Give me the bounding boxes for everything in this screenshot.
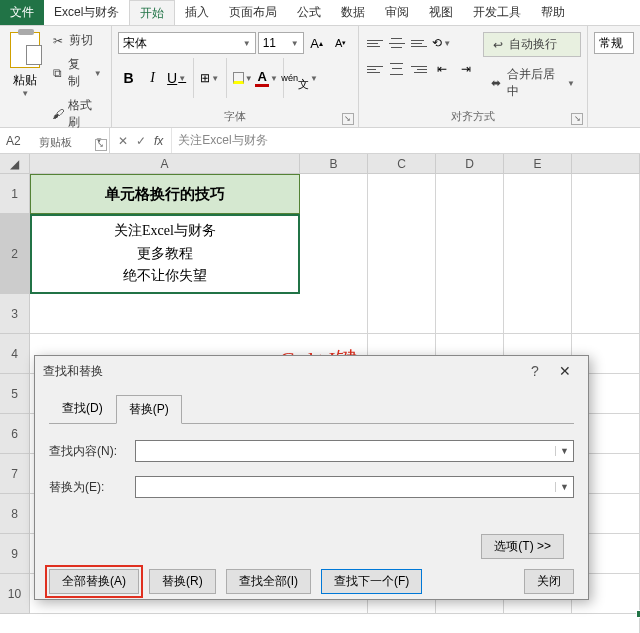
font-size-combo[interactable]: 11▼ xyxy=(258,32,304,54)
wrap-text-button[interactable]: ↩自动换行 xyxy=(483,32,581,57)
paste-icon xyxy=(10,32,40,68)
indent-inc-button[interactable]: ⇥ xyxy=(455,58,477,80)
shrink-font-button[interactable]: A▾ xyxy=(330,32,352,54)
select-all-button[interactable]: ◢ xyxy=(0,154,30,174)
tab-home[interactable]: 开始 xyxy=(129,0,175,25)
row-header[interactable]: 6 xyxy=(0,414,30,454)
ruby-button[interactable]: wén文▼ xyxy=(289,67,311,89)
grow-font-button[interactable]: A▴ xyxy=(306,32,328,54)
col-header-b[interactable]: B xyxy=(300,154,368,174)
align-bottom-button[interactable] xyxy=(409,34,429,52)
font-family-combo[interactable]: 宋体▼ xyxy=(118,32,256,54)
find-all-button[interactable]: 查找全部(I) xyxy=(226,569,311,594)
ribbon: 粘贴 ▼ ✂剪切 ⧉复制▼ 🖌格式刷 剪贴板↘ 宋体▼ 11▼ A▴ A▾ B … xyxy=(0,26,640,128)
group-clipboard: 粘贴 ▼ ✂剪切 ⧉复制▼ 🖌格式刷 剪贴板↘ xyxy=(0,26,112,127)
tab-data[interactable]: 数据 xyxy=(331,0,375,25)
formula-input[interactable]: 关注Excel与财务 xyxy=(171,128,640,153)
orientation-button[interactable]: ⟲▼ xyxy=(431,32,453,54)
col-header-e[interactable]: E xyxy=(504,154,572,174)
enter-icon[interactable]: ✓ xyxy=(136,134,146,148)
expander-icon[interactable]: ↘ xyxy=(571,113,583,125)
align-middle-button[interactable] xyxy=(387,34,407,52)
replace-all-button[interactable]: 全部替换(A) xyxy=(49,569,139,594)
wrap-icon: ↩ xyxy=(490,37,506,53)
find-label: 查找内容(N): xyxy=(49,443,127,460)
close-icon[interactable]: ✕ xyxy=(550,363,580,379)
row-header[interactable]: 10 xyxy=(0,574,30,614)
expander-icon[interactable]: ↘ xyxy=(342,113,354,125)
tab-dev[interactable]: 开发工具 xyxy=(463,0,531,25)
align-center-button[interactable] xyxy=(387,60,407,78)
cell-a1[interactable]: 单元格换行的技巧 xyxy=(30,174,300,214)
group-number: 常规 xyxy=(588,26,640,127)
chevron-down-icon[interactable]: ▼ xyxy=(555,482,573,492)
group-font: 宋体▼ 11▼ A▴ A▾ B I U▼ ⊞▼ ▼ A▼ wén文▼ 字体↘ xyxy=(112,26,359,127)
tab-formula[interactable]: 公式 xyxy=(287,0,331,25)
group-label: 剪贴板 xyxy=(39,136,72,148)
fill-color-button[interactable]: ▼ xyxy=(232,67,254,89)
help-button[interactable]: ? xyxy=(520,363,550,379)
tab-file[interactable]: 文件 xyxy=(0,0,44,25)
row-header[interactable]: 4 xyxy=(0,334,30,374)
italic-button[interactable]: I xyxy=(142,67,164,89)
dialog-title: 查找和替换 xyxy=(43,363,520,380)
align-left-button[interactable] xyxy=(365,60,385,78)
find-next-button[interactable]: 查找下一个(F) xyxy=(321,569,422,594)
brush-icon: 🖌 xyxy=(50,106,65,122)
scissors-icon: ✂ xyxy=(50,33,66,49)
col-header-d[interactable]: D xyxy=(436,154,504,174)
bold-button[interactable]: B xyxy=(118,67,140,89)
cut-button[interactable]: ✂剪切 xyxy=(47,30,104,51)
indent-dec-button[interactable]: ⇤ xyxy=(431,58,453,80)
expander-icon[interactable]: ↘ xyxy=(95,139,107,151)
row-header[interactable]: 9 xyxy=(0,534,30,574)
ribbon-tabs: 文件 Excel与财务 开始 插入 页面布局 公式 数据 审阅 视图 开发工具 … xyxy=(0,0,640,26)
row-header[interactable]: 8 xyxy=(0,494,30,534)
row-header[interactable]: 7 xyxy=(0,454,30,494)
align-top-button[interactable] xyxy=(365,34,385,52)
chevron-down-icon[interactable]: ▼ xyxy=(555,446,573,456)
row-header[interactable]: 2 xyxy=(0,214,30,294)
chevron-down-icon: ▼ xyxy=(21,89,29,98)
tab-view[interactable]: 视图 xyxy=(419,0,463,25)
replace-button[interactable]: 替换(R) xyxy=(149,569,216,594)
tab-context[interactable]: Excel与财务 xyxy=(44,0,129,25)
tab-find[interactable]: 查找(D) xyxy=(49,394,116,423)
group-label: 字体 xyxy=(224,110,246,122)
paste-button[interactable]: 粘贴 ▼ xyxy=(6,28,43,98)
row-header[interactable]: 5 xyxy=(0,374,30,414)
close-button[interactable]: 关闭 xyxy=(524,569,574,594)
row-header[interactable]: 1 xyxy=(0,174,30,214)
tab-replace[interactable]: 替换(P) xyxy=(116,395,182,424)
group-align: ⟲▼ ⇤ ⇥ ↩自动换行 ⬌合并后居中▼ 对齐方式↘ xyxy=(359,26,588,127)
border-button[interactable]: ⊞▼ xyxy=(199,67,221,89)
merge-icon: ⬌ xyxy=(489,75,504,91)
row-header[interactable]: 3 xyxy=(0,294,30,334)
format-combo[interactable]: 常规 xyxy=(594,32,634,54)
merge-center-button[interactable]: ⬌合并后居中▼ xyxy=(483,63,581,103)
find-input[interactable]: ▼ xyxy=(135,440,574,462)
underline-button[interactable]: U▼ xyxy=(166,67,188,89)
bucket-icon xyxy=(233,72,244,84)
tab-help[interactable]: 帮助 xyxy=(531,0,575,25)
align-right-button[interactable] xyxy=(409,60,429,78)
cancel-icon[interactable]: ✕ xyxy=(118,134,128,148)
replace-label: 替换为(E): xyxy=(49,479,127,496)
find-replace-dialog: 查找和替换 ? ✕ 查找(D) 替换(P) 查找内容(N): ▼ 替换为(E):… xyxy=(34,355,589,600)
copy-icon: ⧉ xyxy=(50,65,65,81)
font-color-button[interactable]: A▼ xyxy=(256,67,278,89)
tab-review[interactable]: 审阅 xyxy=(375,0,419,25)
copy-button[interactable]: ⧉复制▼ xyxy=(47,54,104,92)
fx-icon[interactable]: fx xyxy=(154,134,163,148)
col-header-a[interactable]: A xyxy=(30,154,300,174)
options-button[interactable]: 选项(T) >> xyxy=(481,534,564,559)
tab-insert[interactable]: 插入 xyxy=(175,0,219,25)
col-header-c[interactable]: C xyxy=(368,154,436,174)
cell-a2-selected[interactable]: 关注Excel与财务 更多教程 绝不让你失望 xyxy=(30,214,300,294)
group-label: 对齐方式 xyxy=(451,110,495,122)
replace-input[interactable]: ▼ xyxy=(135,476,574,498)
tab-layout[interactable]: 页面布局 xyxy=(219,0,287,25)
paste-label: 粘贴 xyxy=(13,72,37,89)
